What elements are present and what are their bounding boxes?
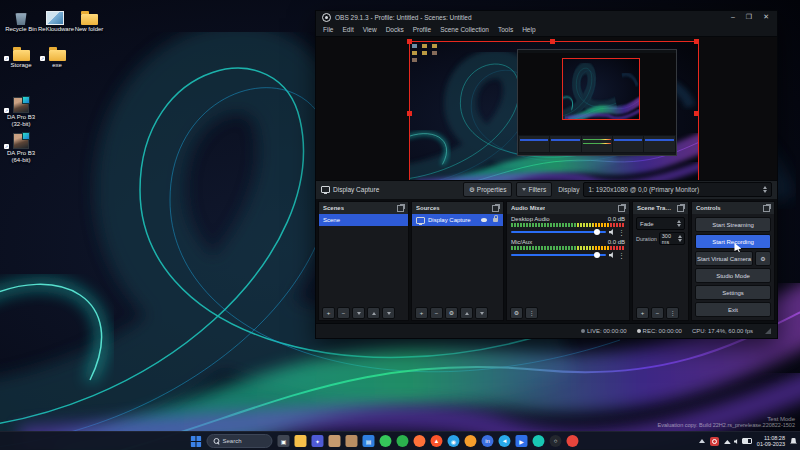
transform-handle-mid-left[interactable] [407, 111, 412, 116]
taskbar-clock[interactable]: 11:08:28 01-09-2023 [757, 435, 785, 447]
desktop-icon-storage[interactable]: Storage [4, 44, 38, 69]
taskbar-app-icon[interactable] [396, 435, 408, 447]
settings-button[interactable]: Settings [695, 285, 771, 300]
popout-icon[interactable] [763, 205, 770, 212]
transform-handle-mid-right[interactable] [694, 111, 699, 116]
preview-canvas[interactable] [316, 37, 777, 180]
volume-icon[interactable] [734, 439, 739, 444]
select-spinner[interactable] [759, 186, 767, 193]
move-source-down-button[interactable] [475, 307, 488, 319]
tray-chevron-up-icon[interactable] [699, 439, 705, 443]
channel-menu-button[interactable]: ⋮ [618, 229, 625, 236]
popout-icon[interactable] [677, 205, 684, 212]
battery-icon[interactable] [742, 438, 752, 444]
menu-item[interactable]: File [323, 26, 333, 33]
virtual-camera-settings-button[interactable]: ⚙ [755, 251, 771, 266]
system-icons[interactable] [724, 438, 752, 444]
move-scene-up-button[interactable] [367, 307, 380, 319]
mixer-menu-button[interactable]: ⋮ [525, 307, 538, 319]
filters-button[interactable]: Filters [516, 182, 552, 197]
taskbar-app-icon[interactable]: ○ [549, 435, 561, 447]
title-bar[interactable]: OBS 29.1.3 - Profile: Untitled - Scenes:… [316, 11, 777, 24]
advanced-audio-button[interactable]: ⚙ [510, 307, 523, 319]
taskbar-app-icon[interactable]: ◄ [498, 435, 510, 447]
taskbar-app-icon[interactable]: ▤ [362, 435, 374, 447]
exit-button[interactable]: Exit [695, 302, 771, 317]
taskbar-app-icon[interactable]: ✦ [311, 435, 323, 447]
obs-tray-icon[interactable] [710, 437, 719, 446]
channel-menu-button[interactable]: ⋮ [618, 252, 625, 259]
menu-item[interactable]: Help [522, 26, 535, 33]
desktop-icon-new-folder[interactable]: New folder [72, 8, 106, 33]
visibility-eye-icon[interactable] [481, 218, 487, 222]
resize-grip[interactable] [765, 328, 771, 334]
add-transition-button[interactable]: + [636, 307, 649, 319]
taskbar-app-icon[interactable]: ▶ [515, 435, 527, 447]
transform-handle-top-center[interactable] [550, 39, 555, 44]
desktop-icon-da-pro-64[interactable]: DA Pro B3 (64-bit) [4, 132, 38, 164]
volume-slider[interactable] [511, 254, 606, 256]
duration-spinbox[interactable]: 300 ms [659, 232, 685, 245]
taskbar-app-icon[interactable] [464, 435, 476, 447]
menu-item[interactable]: Profile [413, 26, 431, 33]
taskbar-app-icon[interactable]: in [481, 435, 493, 447]
move-source-up-button[interactable] [460, 307, 473, 319]
source-item[interactable]: Display Capture [412, 214, 503, 226]
minimize-button[interactable]: – [731, 13, 735, 21]
taskbar-app-icon[interactable] [294, 435, 306, 447]
menu-item[interactable]: Edit [342, 26, 353, 33]
transform-handle-top-right[interactable] [694, 39, 699, 44]
close-button[interactable]: ✕ [763, 13, 769, 21]
display-capture-preview[interactable] [409, 41, 699, 180]
taskbar-app-icon[interactable] [566, 435, 578, 447]
start-streaming-button[interactable]: Start Streaming [695, 217, 771, 232]
scene-item[interactable]: Scene [319, 214, 408, 226]
remove-scene-button[interactable]: − [337, 307, 350, 319]
start-button[interactable] [190, 436, 201, 447]
desktop-icon-exe[interactable]: exe [40, 44, 74, 69]
popout-icon[interactable] [397, 205, 404, 212]
transform-handle-top-left[interactable] [407, 39, 412, 44]
scene-filters-button[interactable] [352, 307, 365, 319]
taskbar-app-icon[interactable]: ◉ [447, 435, 459, 447]
menu-item[interactable]: Tools [498, 26, 513, 33]
maximize-button[interactable]: ❐ [746, 13, 752, 21]
transition-menu-button[interactable]: ⋮ [666, 307, 679, 319]
speaker-icon[interactable] [609, 252, 615, 258]
studio-mode-button[interactable]: Studio Mode [695, 268, 771, 283]
notification-bell-icon[interactable] [790, 438, 797, 445]
taskbar-app-icon[interactable] [379, 435, 391, 447]
display-select[interactable]: 1: 1920x1080 @ 0,0 (Primary Monitor) [583, 182, 772, 197]
selected-source-chip[interactable]: Display Capture [321, 186, 459, 193]
remove-source-button[interactable]: − [430, 307, 443, 319]
menu-item[interactable]: View [363, 26, 377, 33]
menu-item[interactable]: Scene Collection [440, 26, 489, 33]
remove-transition-button[interactable]: − [651, 307, 664, 319]
taskbar-app-icon[interactable]: ▲ [430, 435, 442, 447]
desktop-icon-da-pro-32[interactable]: DA Pro B3 (32-bit) [4, 96, 38, 128]
popout-icon[interactable] [618, 205, 625, 212]
volume-slider[interactable] [511, 231, 606, 233]
start-recording-button[interactable]: Start Recording [695, 234, 771, 249]
start-virtual-camera-button[interactable]: Start Virtual Camera [695, 251, 753, 266]
popout-icon[interactable] [492, 205, 499, 212]
rec-status: REC: 00:00:00 [637, 328, 682, 334]
add-scene-button[interactable]: + [322, 307, 335, 319]
desktop-icon-recycle-bin[interactable]: Recycle Bin [4, 8, 38, 33]
network-icon[interactable] [724, 440, 731, 444]
menu-item[interactable]: Docks [386, 26, 404, 33]
lock-icon[interactable] [493, 218, 498, 222]
taskbar-app-icon[interactable] [328, 435, 340, 447]
properties-button[interactable]: ⚙ Properties [463, 182, 512, 197]
move-scene-down-button[interactable] [382, 307, 395, 319]
desktop-icon-rekloudware[interactable]: ReKloudware [38, 8, 72, 33]
transition-select[interactable]: Fade [636, 217, 685, 230]
taskbar-app-icon[interactable] [532, 435, 544, 447]
source-properties-button[interactable]: ⚙ [445, 307, 458, 319]
add-source-button[interactable]: + [415, 307, 428, 319]
speaker-icon[interactable] [609, 229, 615, 235]
taskbar-app-icon[interactable] [413, 435, 425, 447]
taskbar-app-icon[interactable]: ▣ [277, 435, 289, 447]
taskbar-app-icon[interactable] [345, 435, 357, 447]
search-box[interactable]: Search [206, 434, 272, 448]
